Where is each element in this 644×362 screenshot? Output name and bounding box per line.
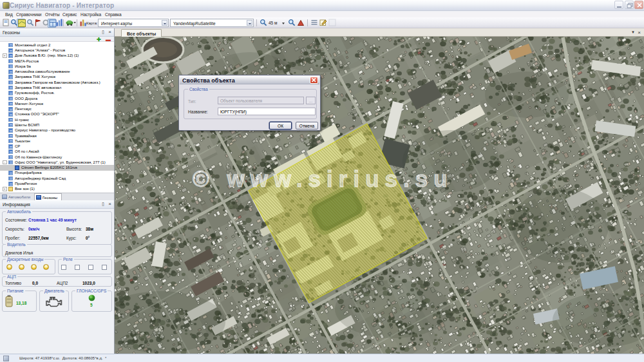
svg-text:© www.sirius.su: © www.sirius.su [193,166,453,191]
